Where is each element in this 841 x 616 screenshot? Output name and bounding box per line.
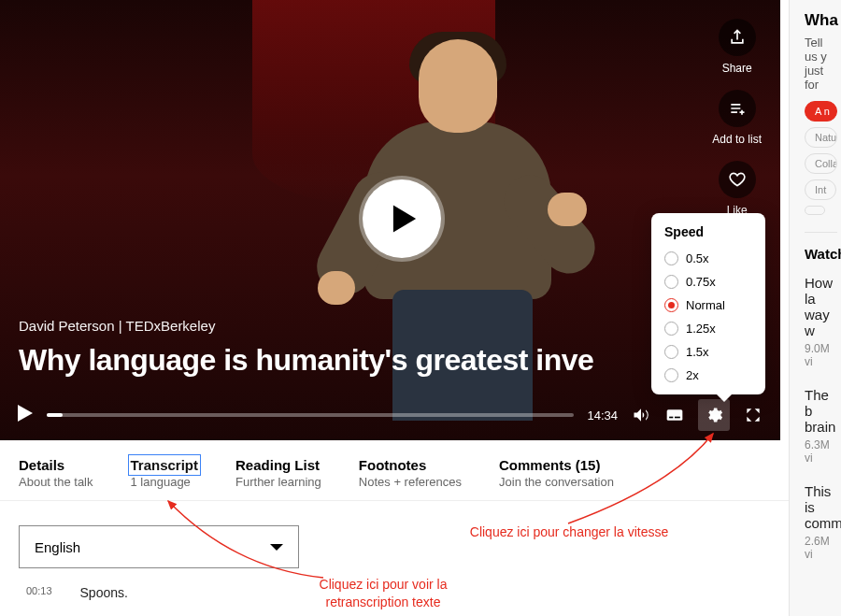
play-icon <box>391 203 419 235</box>
speed-option-label: 1.25x <box>686 322 716 336</box>
settings-button[interactable] <box>698 399 730 431</box>
tab-title: Comments (15) <box>499 457 614 473</box>
sidebar-subtext: Tell us y just for <box>805 36 837 92</box>
recommendation-item[interactable]: The b brain6.3M vi <box>805 387 837 465</box>
speed-option[interactable]: 0.5x <box>651 247 765 270</box>
player-controls: 14:34 <box>0 399 780 431</box>
fullscreen-icon <box>744 406 763 424</box>
volume-button[interactable] <box>631 405 651 425</box>
radio-icon <box>664 322 678 336</box>
tab-title: Reading List <box>235 457 321 473</box>
tab-footnotes[interactable]: FootnotesNotes + references <box>359 457 462 489</box>
tab-subtitle: About the talk <box>19 475 93 489</box>
radio-icon <box>664 298 678 312</box>
subtitles-icon <box>665 406 684 424</box>
speed-option-label: Normal <box>686 298 725 312</box>
sidebar-heading: Wha <box>805 11 837 30</box>
gear-icon <box>705 406 723 424</box>
fullscreen-button[interactable] <box>743 405 763 425</box>
heart-icon <box>728 170 747 189</box>
like-button[interactable]: Like <box>719 161 756 217</box>
tab-subtitle: Further learning <box>235 475 321 489</box>
transcript-line: 00:13 Spoons. <box>0 576 789 609</box>
speed-heading: Speed <box>651 224 765 247</box>
tab-transcript[interactable]: Transcript1 language <box>131 457 199 489</box>
speed-option[interactable]: 1.25x <box>651 317 765 340</box>
video-player[interactable]: David Peterson | TEDxBerkeley Why langua… <box>0 0 780 440</box>
radio-icon <box>664 368 678 382</box>
language-select[interactable]: English <box>19 525 299 568</box>
tab-subtitle: 1 language <box>131 475 199 489</box>
tab-subtitle: Join the conversation <box>499 475 614 489</box>
recommendation-title: The b brain <box>805 387 837 435</box>
tab-title: Details <box>19 457 93 473</box>
speed-option[interactable]: Normal <box>651 294 765 317</box>
share-icon <box>728 28 747 47</box>
add-label: Add to list <box>712 133 762 146</box>
speed-option-label: 2x <box>686 368 699 382</box>
speed-menu: Speed 0.5x0.75xNormal1.25x1.5x2x <box>651 213 765 394</box>
recommendation-views: 2.6M vi <box>805 535 837 561</box>
recommendation-item[interactable]: This is comm2.6M vi <box>805 483 837 561</box>
subtitles-button[interactable] <box>664 405 685 425</box>
svg-rect-2 <box>675 417 680 419</box>
transcript-text: Spoons. <box>80 585 128 600</box>
transcript-timestamp: 00:13 <box>26 585 52 600</box>
svg-rect-1 <box>669 417 673 419</box>
tab-bar: DetailsAbout the talkTranscript1 languag… <box>0 440 789 501</box>
topic-pill[interactable]: A n <box>805 101 837 122</box>
play-button[interactable] <box>17 404 34 426</box>
tab-title: Footnotes <box>359 457 462 473</box>
recommendation-views: 6.3M vi <box>805 438 837 465</box>
speed-option-label: 1.5x <box>686 345 709 359</box>
speed-option[interactable]: 0.75x <box>651 270 765 294</box>
topic-pill[interactable] <box>805 206 825 215</box>
topic-pill[interactable]: Natu <box>805 127 837 148</box>
share-label: Share <box>722 62 752 75</box>
tab-title: Transcript <box>131 457 199 473</box>
add-to-list-button[interactable]: Add to list <box>712 90 762 146</box>
recommendation-title: This is comm <box>805 483 837 531</box>
topic-pill[interactable]: Int <box>805 179 836 200</box>
radio-icon <box>664 251 678 265</box>
play-button-large[interactable] <box>363 179 441 258</box>
speed-option-label: 0.75x <box>686 275 716 289</box>
tab-reading-list[interactable]: Reading ListFurther learning <box>235 457 321 489</box>
tab-subtitle: Notes + references <box>359 475 462 489</box>
sidebar: Wha Tell us y just for A nNatuCollabInt … <box>789 0 841 616</box>
topic-pill[interactable]: Collab <box>805 153 837 174</box>
recommendation-title: How la way w <box>805 275 837 338</box>
chevron-down-icon <box>270 544 283 551</box>
play-icon <box>17 404 34 423</box>
share-button[interactable]: Share <box>719 19 756 75</box>
speed-option-label: 0.5x <box>686 251 709 265</box>
speed-option[interactable]: 1.5x <box>651 340 765 364</box>
radio-icon <box>664 275 678 289</box>
speed-option[interactable]: 2x <box>651 364 765 387</box>
progress-bar[interactable] <box>47 413 574 417</box>
video-byline: David Peterson | TEDxBerkeley <box>19 318 593 334</box>
tab-details[interactable]: DetailsAbout the talk <box>19 457 93 489</box>
annotation-speed: Cliquez ici pour changer la vitesse <box>452 523 686 541</box>
watch-next-heading: Watch <box>805 232 837 262</box>
playlist-add-icon <box>728 99 747 118</box>
volume-icon <box>632 406 650 424</box>
tab-comments-[interactable]: Comments (15)Join the conversation <box>499 457 614 489</box>
radio-icon <box>664 345 678 359</box>
video-title: Why language is humanity's greatest inve <box>19 343 593 378</box>
duration: 14:34 <box>587 408 618 423</box>
recommendation-item[interactable]: How la way w9.0M vi <box>805 275 837 368</box>
language-value: English <box>35 539 80 555</box>
recommendation-views: 9.0M vi <box>805 342 837 368</box>
svg-rect-0 <box>667 409 683 421</box>
